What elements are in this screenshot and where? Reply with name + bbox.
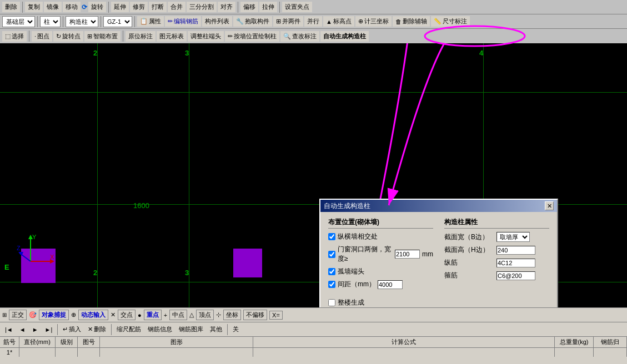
tb-dim-mark[interactable]: 📏 尺寸标注 xyxy=(431,16,470,27)
axis-bottom-3: 3 xyxy=(185,269,189,277)
tb-align[interactable]: 对齐 xyxy=(218,2,235,12)
table-header: 筋号 直径(mm) 级别 图号 图形 计算公式 总重量(kg) 钢筋归 xyxy=(0,337,627,348)
cell-row1-grade[interactable] xyxy=(56,348,78,357)
tb-extend[interactable]: 延伸 xyxy=(111,2,129,12)
prop-row-4: 箍筋 xyxy=(444,271,549,280)
sep9 xyxy=(29,31,29,42)
sep-status5: ⊹ xyxy=(216,311,221,318)
status-mid[interactable]: 中点 xyxy=(169,310,187,320)
tb-edit-rebar[interactable]: ✏ 编辑钢筋 xyxy=(165,16,201,27)
tb-mirror[interactable]: 镜像 xyxy=(44,2,62,12)
tb-inplace-mark[interactable]: 原位标注 xyxy=(126,31,156,42)
cell-row1-weight xyxy=(555,348,594,357)
status-zhenjiao[interactable]: 正交 xyxy=(9,310,27,320)
checkbox-1[interactable] xyxy=(328,233,335,240)
tb-merge[interactable]: 合并 xyxy=(168,2,185,12)
tb-delete-row[interactable]: ✕ 删除 xyxy=(85,324,109,335)
tb-draw-by-wall[interactable]: ✏ 按墙位置绘制柱 xyxy=(225,31,279,42)
tb-property[interactable]: 📋 属性 xyxy=(137,16,164,27)
tb-element-table[interactable]: 图元标表 xyxy=(157,31,187,42)
layer-select[interactable]: 基础层 xyxy=(2,16,35,27)
col-grade: 级别 xyxy=(56,337,78,347)
tb-dot-point[interactable]: · 图点 xyxy=(32,31,52,42)
tb-parallel[interactable]: 并行 xyxy=(304,16,322,27)
tb-smart-layout[interactable]: ⊞ 智能布置 xyxy=(84,31,121,42)
status-weight[interactable]: 重点 xyxy=(144,310,162,320)
checkbox-zhengti[interactable] xyxy=(328,299,335,306)
dialog-close-button[interactable]: ✕ xyxy=(545,201,554,210)
tb-merge-two[interactable]: ⊞ 并两件 xyxy=(273,16,303,27)
cell-row1-fig[interactable] xyxy=(100,348,253,357)
tb-offset[interactable]: 偏移 xyxy=(240,2,258,12)
checkbox-2[interactable] xyxy=(328,251,335,258)
sep-status3: + xyxy=(164,312,167,318)
tb-move[interactable]: 移动 xyxy=(63,2,81,12)
spacing-input[interactable] xyxy=(378,280,403,289)
nav-last[interactable]: ►| xyxy=(42,325,56,334)
status-x[interactable]: X= xyxy=(269,311,283,320)
sep1 xyxy=(22,2,23,13)
gz1-select[interactable]: GZ-1 xyxy=(103,16,132,27)
tb-adjust-col-end[interactable]: 调整柱端头 xyxy=(188,31,224,42)
struct-col-select[interactable]: 构造柱 xyxy=(66,16,98,27)
cell-row1-jinhao[interactable]: 1* xyxy=(0,348,19,357)
checkbox-4[interactable] xyxy=(328,281,335,288)
status-cross[interactable]: 交点 xyxy=(118,310,136,320)
tb-check-mark[interactable]: 🔍 查改标注 xyxy=(280,31,319,42)
dialog-left-section: 布置位置(砌体墙) 纵横墙相交处 门窗洞口两侧，宽度≥ xyxy=(328,218,433,292)
checkbox-row-4: 间距（mm） xyxy=(328,280,433,289)
cell-row1-fignum[interactable] xyxy=(78,348,100,357)
tb-auto-gen-struct-col[interactable]: 自动生成构造柱 xyxy=(320,31,369,42)
prop-value-1-select[interactable]: 取墙厚 xyxy=(496,232,530,242)
toolbar-row2: 基础层 柱 构造柱 GZ-1 📋 属性 ✏ 编辑钢筋 构件列表 🔧 抱取构件 ⊞… xyxy=(0,14,627,29)
tb-rotate[interactable]: 旋转 xyxy=(88,2,106,12)
tb-del-aux-axis[interactable]: 🗑 删除辅轴 xyxy=(393,16,430,27)
tb-insert-row[interactable]: ↵ 插入 xyxy=(60,324,84,335)
tb-other[interactable]: 其他 xyxy=(207,324,225,335)
sep10 xyxy=(123,31,123,42)
tb-component-list[interactable]: 构件列表 xyxy=(202,16,232,27)
tb-select[interactable]: ⬚ 选择 xyxy=(2,31,27,42)
tb-pick-component[interactable]: 🔧 抱取构件 xyxy=(233,16,272,27)
checkbox-2-label: 门窗洞口两侧，宽度≥ xyxy=(338,245,393,264)
tb-elevation[interactable]: ▲ 标高点 xyxy=(323,16,354,27)
status-top[interactable]: 顶点 xyxy=(196,310,214,320)
section-h-input[interactable] xyxy=(496,246,535,255)
nav-prev[interactable]: ◄ xyxy=(17,325,28,334)
status-coord[interactable]: 坐标 xyxy=(223,310,241,320)
sep-table1 xyxy=(57,324,58,335)
tb-split3[interactable]: 三分分割 xyxy=(187,2,217,12)
tb-delete[interactable]: 删除 xyxy=(2,2,20,12)
longitudinal-rebar-input[interactable] xyxy=(496,259,535,267)
door-width-input[interactable] xyxy=(395,250,420,259)
nav-next[interactable]: ► xyxy=(29,325,41,334)
tb-scale-rebar[interactable]: 缩尺配筋 xyxy=(114,324,144,335)
tb-calc-coord[interactable]: ⊕ 计三坐标 xyxy=(355,16,392,27)
cell-row1-diam[interactable] xyxy=(19,348,56,357)
tb-stretch[interactable]: 拉伸 xyxy=(259,2,277,12)
tb-setpoint[interactable]: 设置夹点 xyxy=(282,2,312,12)
tb-rebar-lib[interactable]: 钢筋图库 xyxy=(176,324,206,335)
checkbox-row-2: 门窗洞口两侧，宽度≥ mm xyxy=(328,245,433,264)
component-type-select[interactable]: 柱 xyxy=(40,16,61,27)
status-capture[interactable]: 对象捕捉 xyxy=(39,310,69,320)
stirrup-rebar-input[interactable] xyxy=(496,271,535,280)
tb-copy[interactable]: 复制 xyxy=(25,2,43,12)
tb-rotate-point[interactable]: ↻ 旋转点 xyxy=(53,31,83,42)
status-dynamic[interactable]: 动态输入 xyxy=(78,310,108,320)
prop-label-1: 截面宽（B边） xyxy=(444,232,494,242)
auto-gen-struct-col-dialog[interactable]: 自动生成构造柱 ✕ 布置位置(砌体墙) 纵横墙相交处 xyxy=(319,199,558,307)
tb-rebar-info[interactable]: 钢筋信息 xyxy=(145,324,175,335)
coord-axis-svg: Y X Z xyxy=(17,234,56,267)
tb-break[interactable]: 打断 xyxy=(149,2,167,12)
sep-status2: ● xyxy=(138,312,142,318)
status-no-offset[interactable]: 不偏移 xyxy=(243,310,267,320)
tb-rotate-icon: ⟳ xyxy=(82,3,87,11)
tb-trim[interactable]: 修剪 xyxy=(130,2,148,12)
axis-top-3: 3 xyxy=(185,49,189,57)
nav-first[interactable]: |◄ xyxy=(2,325,16,334)
col-total-weight: 总重量(kg) xyxy=(555,337,594,347)
checkbox-3[interactable] xyxy=(328,268,335,275)
tb-close-table[interactable]: 关 xyxy=(230,324,242,335)
cell-row1-formula[interactable] xyxy=(253,348,555,357)
